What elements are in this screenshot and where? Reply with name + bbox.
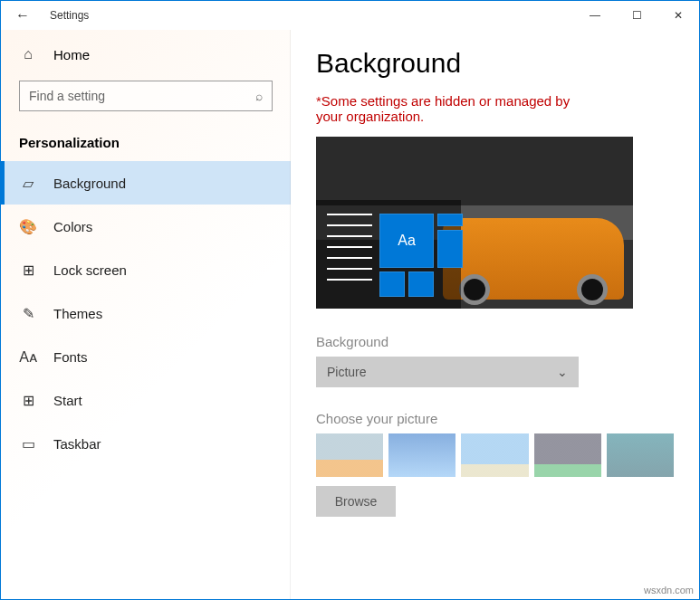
preview-startmenu: Aa: [316, 200, 461, 309]
section-label: Personalization: [1, 128, 291, 161]
sidebar-item-colors[interactable]: 🎨 Colors: [1, 205, 291, 248]
close-button[interactable]: ✕: [657, 1, 699, 30]
sidebar-item-label: Fonts: [53, 349, 88, 365]
picture-icon: ▱: [19, 175, 37, 192]
sidebar-item-label: Colors: [53, 219, 92, 234]
window-title: Settings: [50, 9, 89, 22]
sidebar-item-label: Lock screen: [53, 262, 127, 278]
sidebar-item-themes[interactable]: ✎ Themes: [1, 291, 291, 335]
main-panel: Background *Some settings are hidden or …: [291, 30, 699, 599]
sidebar-item-fonts[interactable]: Aᴀ Fonts: [1, 335, 291, 378]
themes-icon: ✎: [19, 305, 37, 322]
background-value: Picture: [327, 365, 367, 379]
nav-list: ▱ Background 🎨 Colors ⊞ Lock screen ✎ Th…: [1, 161, 291, 465]
sidebar: ⌂ Home Find a setting ⌕ Personalization …: [1, 30, 291, 599]
sidebar-item-label: Start: [53, 393, 82, 408]
sidebar-item-label: Themes: [53, 306, 102, 321]
sidebar-item-label: Taskbar: [53, 436, 101, 452]
background-field-label: Background: [316, 334, 674, 349]
taskbar-icon: ▭: [19, 435, 37, 452]
background-preview: Aa: [316, 137, 633, 309]
home-icon: ⌂: [19, 46, 37, 62]
back-button[interactable]: ←: [8, 1, 37, 30]
page-title: Background: [316, 48, 674, 79]
minimize-button[interactable]: —: [574, 1, 616, 30]
titlebar: ← Settings — ☐ ✕: [1, 1, 699, 30]
sidebar-item-label: Background: [53, 176, 126, 191]
preview-tile: Aa: [379, 214, 434, 268]
picture-thumb[interactable]: [316, 433, 383, 477]
sidebar-item-start[interactable]: ⊞ Start: [1, 378, 291, 422]
lock-screen-icon: ⊞: [19, 262, 37, 279]
sidebar-item-lockscreen[interactable]: ⊞ Lock screen: [1, 248, 291, 291]
chevron-down-icon: ⌄: [557, 365, 568, 379]
browse-button[interactable]: Browse: [316, 486, 396, 517]
picture-thumb[interactable]: [388, 433, 455, 477]
picture-thumbnails: [316, 433, 674, 477]
picture-thumb[interactable]: [461, 433, 528, 477]
sidebar-item-taskbar[interactable]: ▭ Taskbar: [1, 422, 291, 465]
search-placeholder: Find a setting: [29, 89, 105, 103]
background-combobox[interactable]: Picture ⌄: [316, 357, 579, 387]
picture-thumb[interactable]: [534, 433, 601, 477]
choose-picture-label: Choose your picture: [316, 411, 674, 426]
policy-warning: *Some settings are hidden or managed by …: [316, 93, 588, 124]
palette-icon: 🎨: [19, 218, 37, 235]
search-input[interactable]: Find a setting ⌕: [19, 81, 273, 111]
search-icon: ⌕: [255, 89, 263, 103]
picture-thumb[interactable]: [607, 433, 674, 477]
maximize-button[interactable]: ☐: [616, 1, 657, 30]
start-icon: ⊞: [19, 392, 37, 409]
watermark: wsxdn.com: [644, 585, 694, 595]
home-link[interactable]: ⌂ Home: [1, 30, 291, 71]
fonts-icon: Aᴀ: [19, 348, 37, 366]
preview-car: [443, 218, 624, 300]
home-label: Home: [53, 47, 90, 62]
sidebar-item-background[interactable]: ▱ Background: [1, 161, 291, 205]
